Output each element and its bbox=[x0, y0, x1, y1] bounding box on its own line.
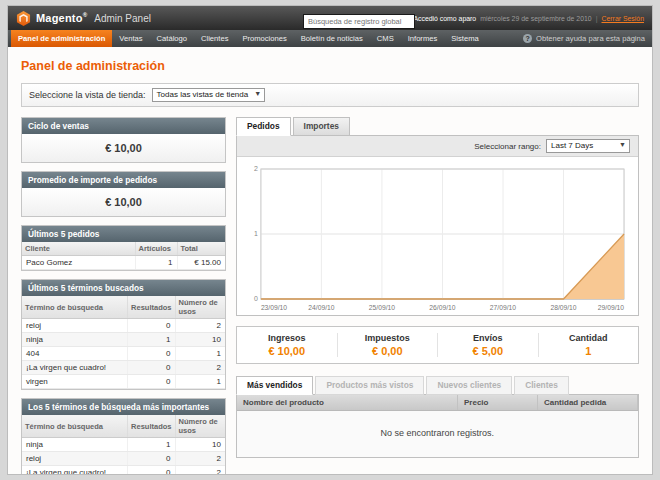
table-cell: 1 bbox=[175, 375, 225, 389]
table-cell: ¡La virgen que cuadro! bbox=[22, 466, 128, 476]
svg-text:2: 2 bbox=[254, 165, 258, 172]
column-header: Resultados bbox=[128, 415, 175, 438]
global-search bbox=[303, 10, 415, 29]
table-cell: virgen bbox=[22, 375, 128, 389]
help-icon: ? bbox=[523, 34, 532, 43]
nav-item-clientes[interactable]: Clientes bbox=[194, 30, 235, 47]
dashboard-columns: Ciclo de ventas € 10,00 Promedio de impo… bbox=[21, 117, 639, 475]
table-row: reloj02 bbox=[22, 319, 225, 333]
table-cell: ninja bbox=[22, 438, 128, 452]
last-orders-table: Cliente Artículos Total Paco Gomez1€ 15.… bbox=[22, 242, 225, 270]
table-row: ¡La virgen que cuadro!02 bbox=[22, 361, 225, 375]
average-orders-panel: Promedio de importe de pedidos € 10,00 bbox=[21, 171, 226, 217]
svg-text:25/09/10: 25/09/10 bbox=[369, 304, 395, 311]
tab-nuevos-clientes[interactable]: Nuevos clientes bbox=[426, 376, 512, 395]
nav-item-sistema[interactable]: Sistema bbox=[444, 30, 485, 47]
svg-text:24/09/10: 24/09/10 bbox=[308, 304, 334, 311]
svg-text:29/09/10: 29/09/10 bbox=[598, 304, 624, 311]
total-envios: Envíos € 5,00 bbox=[437, 333, 538, 357]
admin-page: Magento® Admin Panel Accedió como aparo … bbox=[7, 5, 653, 475]
table-cell: 1 bbox=[128, 438, 175, 452]
table-cell: 0 bbox=[128, 361, 175, 375]
column-header: Número de usos bbox=[175, 296, 225, 319]
nav-item-ventas[interactable]: Ventas bbox=[112, 30, 149, 47]
range-label: Seleccionar rango: bbox=[474, 142, 541, 151]
table-row: virgen01 bbox=[22, 375, 225, 389]
separator: | bbox=[596, 15, 598, 22]
nav-item-dashboard[interactable]: Panel de administración bbox=[11, 30, 112, 47]
table-row: Paco Gomez1€ 15.00 bbox=[22, 256, 225, 270]
table-row: ninja110 bbox=[22, 438, 225, 452]
total-value: € 5,00 bbox=[438, 345, 538, 357]
tab-mas-vendidos[interactable]: Más vendidos bbox=[236, 376, 313, 395]
store-view-bar: Seleccione la vista de tienda: Todas las… bbox=[21, 83, 639, 107]
logout-link[interactable]: Cerrar Sesión bbox=[601, 15, 644, 22]
tab-clientes[interactable]: Clientes bbox=[514, 376, 569, 395]
content-area: Panel de administración Seleccione la vi… bbox=[8, 47, 652, 475]
table-cell: 1 bbox=[135, 256, 177, 270]
total-label: Ingresos bbox=[237, 333, 337, 343]
chart-panel: Seleccionar rango: Last 7 Days ▼ 01223/0… bbox=[236, 135, 639, 316]
column-header: Número de usos bbox=[175, 415, 225, 438]
table-cell: ninja bbox=[22, 333, 128, 347]
logged-in-as: Accedió como aparo bbox=[413, 15, 476, 22]
help-label: Obtener ayuda para esta página bbox=[536, 34, 645, 43]
table-row: ninja110 bbox=[22, 333, 225, 347]
main-nav: Panel de administración Ventas Catálogo … bbox=[8, 30, 652, 47]
sidebar-column: Ciclo de ventas € 10,00 Promedio de impo… bbox=[21, 117, 226, 475]
dashboard-main: Pedidos Importes Seleccionar rango: Last… bbox=[236, 117, 639, 458]
empty-message: No se encontraron registros. bbox=[237, 411, 638, 458]
orders-area-chart: 01223/09/1024/09/1025/09/1026/09/1027/09… bbox=[245, 163, 630, 313]
lifetime-sales-panel: Ciclo de ventas € 10,00 bbox=[21, 117, 226, 163]
column-header: Total bbox=[177, 242, 225, 256]
column-header: Término de búsqueda bbox=[22, 415, 128, 438]
store-view-label: Seleccione la vista de tienda: bbox=[29, 90, 146, 100]
table-cell: reloj bbox=[22, 319, 128, 333]
table-row: reloj02 bbox=[22, 452, 225, 466]
total-value: € 0,00 bbox=[338, 345, 438, 357]
svg-text:26/09/10: 26/09/10 bbox=[429, 304, 455, 311]
top-search-terms-table: Término de búsqueda Resultados Número de… bbox=[22, 415, 225, 475]
total-value: 1 bbox=[539, 345, 639, 357]
panel-header: Promedio de importe de pedidos bbox=[22, 172, 225, 188]
table-cell: € 15.00 bbox=[177, 256, 225, 270]
products-table: Nombre del producto Precio Cantidad pedi… bbox=[237, 395, 638, 457]
table-cell: 0 bbox=[128, 347, 175, 361]
total-value: € 10,00 bbox=[237, 345, 337, 357]
total-label: Cantidad bbox=[539, 333, 639, 343]
svg-text:23/09/10: 23/09/10 bbox=[261, 304, 287, 311]
store-view-select[interactable]: Todas las vistas de tienda ▼ bbox=[152, 88, 266, 102]
table-cell: 404 bbox=[22, 347, 128, 361]
table-cell: 1 bbox=[175, 347, 225, 361]
page-title: Panel de administración bbox=[8, 47, 652, 83]
store-view-selected: Todas las vistas de tienda bbox=[157, 90, 249, 99]
nav-item-promociones[interactable]: Promociones bbox=[235, 30, 293, 47]
help-link[interactable]: ? Obtener ayuda para esta página bbox=[523, 30, 649, 47]
tab-productos-mas-vistos[interactable]: Productos más vistos bbox=[315, 376, 424, 395]
brand-name: Magento® bbox=[36, 12, 87, 24]
products-tabs: Más vendidos Productos más vistos Nuevos… bbox=[236, 376, 639, 395]
nav-item-cms[interactable]: CMS bbox=[370, 30, 401, 47]
tab-pedidos[interactable]: Pedidos bbox=[236, 117, 291, 136]
column-header: Precio bbox=[458, 395, 538, 411]
table-cell: ¡La virgen que cuadro! bbox=[22, 361, 128, 375]
table-cell: 1 bbox=[128, 333, 175, 347]
last-search-terms-table: Término de búsqueda Resultados Número de… bbox=[22, 296, 225, 389]
chart-tabs: Pedidos Importes bbox=[236, 117, 639, 136]
total-label: Envíos bbox=[438, 333, 538, 343]
table-cell: 10 bbox=[175, 438, 225, 452]
nav-item-catalogo[interactable]: Catálogo bbox=[150, 30, 194, 47]
column-header: Artículos bbox=[135, 242, 177, 256]
global-search-input[interactable] bbox=[303, 14, 415, 29]
nav-item-boletin[interactable]: Boletín de noticias bbox=[294, 30, 370, 47]
panel-header: Ciclo de ventas bbox=[22, 118, 225, 134]
total-cantidad: Cantidad 1 bbox=[538, 333, 639, 357]
nav-item-informes[interactable]: Informes bbox=[401, 30, 445, 47]
magento-logo-icon bbox=[16, 11, 31, 26]
last-search-terms-panel: Últimos 5 términos buscados Término de b… bbox=[21, 279, 226, 390]
empty-row: No se encontraron registros. bbox=[237, 411, 638, 458]
table-cell: reloj bbox=[22, 452, 128, 466]
tab-importes[interactable]: Importes bbox=[293, 117, 350, 136]
range-select[interactable]: Last 7 Days ▼ bbox=[546, 139, 630, 153]
column-header: Término de búsqueda bbox=[22, 296, 128, 319]
